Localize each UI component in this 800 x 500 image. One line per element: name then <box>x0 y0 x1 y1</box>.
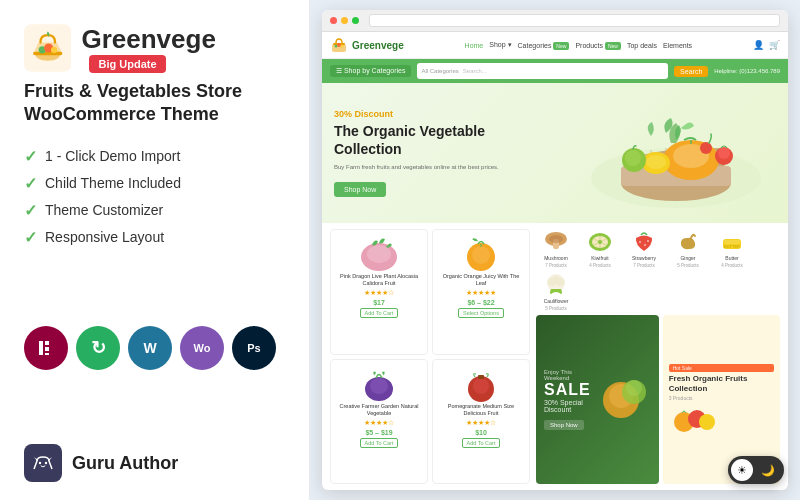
cat-ginger[interactable]: Ginger 5 Products <box>668 229 708 268</box>
category-icons: Mushroom 7 Products Kiwifru <box>536 229 780 311</box>
cat-mushroom[interactable]: Mushroom 7 Products <box>536 229 576 268</box>
products-grid: Pink Dragon Live Plant Alocasia Calidora… <box>330 229 530 484</box>
guru-author-icon <box>24 444 62 482</box>
site-header-icons: 👤 🛒 <box>753 40 780 50</box>
svg-point-23 <box>646 155 666 169</box>
svg-rect-7 <box>45 347 49 351</box>
cat-butter[interactable]: BUTTER Butter 4 Products <box>712 229 752 268</box>
product-image-4 <box>456 365 506 403</box>
big-update-badge: Big Update <box>89 55 165 73</box>
hero-title: The Organic VegetableCollection <box>334 122 576 158</box>
svg-point-30 <box>367 245 391 263</box>
promo-enjoy-text: Enjoy This Weekend <box>544 369 596 381</box>
nav-products[interactable]: Products New <box>575 42 621 49</box>
svg-point-4 <box>51 47 57 53</box>
hero-cta-button[interactable]: Shop Now <box>334 182 386 197</box>
photoshop-icon: Ps <box>232 326 276 370</box>
features-list: ✓ 1 - Click Demo Import ✓ Child Theme In… <box>24 143 285 251</box>
hero-subtitle: Buy Farm fresh fruits and vegetables onl… <box>334 164 576 170</box>
product-card-3: Creative Farmer Garden Natural Vegetable… <box>330 359 428 485</box>
wordpress-icon: W <box>128 326 172 370</box>
browser-bar <box>322 10 788 32</box>
author-label: Guru Author <box>72 453 178 474</box>
dark-mode-toggle[interactable]: ☀ 🌙 <box>728 456 784 484</box>
promo-shop-btn[interactable]: Shop Now <box>544 420 584 430</box>
product-2-select-options[interactable]: Select Options <box>458 308 504 318</box>
logo-title: Greenvege Big Update <box>81 24 285 73</box>
nav-categories[interactable]: Categories New <box>518 42 570 49</box>
promo-sale-text: SALE <box>544 381 596 399</box>
svg-rect-5 <box>39 341 43 355</box>
cat-kiwi[interactable]: Kiwifruit 4 Products <box>580 229 620 268</box>
cat-cauliflower[interactable]: Cauliflower 5 Products <box>536 272 576 311</box>
product-4-add-to-cart[interactable]: Add To Cart <box>462 438 501 448</box>
browser-dot-red <box>330 17 337 24</box>
products-right: Mushroom 7 Products Kiwifru <box>530 229 780 484</box>
browser-dot-yellow <box>341 17 348 24</box>
hero-text: 30% Discount The Organic VegetableCollec… <box>334 109 576 197</box>
green-nav-bar: ☰ Shop by Categories All Categories Sear… <box>322 59 788 83</box>
dark-mode-btn[interactable]: 🌙 <box>757 459 779 481</box>
product-image-3 <box>354 365 404 403</box>
check-icon-2: ✓ <box>24 174 37 193</box>
nav-home[interactable]: Home <box>465 42 484 49</box>
product-4-stars: ★★★★☆ <box>466 419 496 427</box>
search-input-placeholder[interactable]: Search... <box>459 68 664 74</box>
left-panel: Greenvege Big Update Fruits & Vegetables… <box>0 0 310 500</box>
svg-rect-38 <box>478 375 484 379</box>
svg-point-41 <box>549 235 563 243</box>
nav-top-deals[interactable]: Top deals <box>627 42 657 49</box>
cat-strawberry[interactable]: Strawberry 7 Products <box>624 229 664 268</box>
svg-point-50 <box>647 240 649 242</box>
preview-browser: Greenvege Home Shop ▾ Categories New Pro… <box>322 10 788 490</box>
nav-shop[interactable]: Shop ▾ <box>489 41 511 49</box>
search-button[interactable]: Search <box>674 66 708 77</box>
light-mode-btn[interactable]: ☀ <box>731 459 753 481</box>
svg-point-64 <box>699 414 715 430</box>
search-category-label: All Categories <box>421 68 458 74</box>
product-3-stars: ★★★★☆ <box>364 419 394 427</box>
product-1-add-to-cart[interactable]: Add To Cart <box>360 308 399 318</box>
check-icon-4: ✓ <box>24 228 37 247</box>
user-icon[interactable]: 👤 <box>753 40 764 50</box>
feature-3: ✓ Theme Customizer <box>24 197 285 224</box>
browser-dot-green <box>352 17 359 24</box>
promo-discount-text: 30% Special Discount <box>544 399 596 413</box>
svg-point-32 <box>472 246 490 264</box>
svg-point-14 <box>337 43 341 47</box>
product-image-1 <box>354 235 404 273</box>
svg-point-49 <box>644 244 646 246</box>
product-1-price: $17 <box>373 299 385 306</box>
svg-point-27 <box>718 147 730 159</box>
svg-text:BUTTER: BUTTER <box>724 244 740 249</box>
moon-icon: 🌙 <box>761 464 775 477</box>
product-4-price: $10 <box>475 429 487 436</box>
browser-url-bar <box>369 14 780 27</box>
shop-categories-btn[interactable]: ☰ Shop by Categories <box>330 65 411 77</box>
sale-promo-banner: Enjoy This Weekend SALE 30% Special Disc… <box>536 315 659 484</box>
product-card-2: Organic Orange Juicy With The Leaf ★★★★★… <box>432 229 530 355</box>
promo-fruits <box>596 370 651 429</box>
tagline: Fruits & Vegetables Store WooCommerce Th… <box>24 80 285 127</box>
site-logo-icon <box>330 36 348 54</box>
svg-point-15 <box>341 45 344 48</box>
right-panel: Greenvege Home Shop ▾ Categories New Pro… <box>310 0 800 500</box>
svg-point-48 <box>639 241 641 243</box>
fresh-promo-count: 3 Products <box>669 395 774 401</box>
product-4-title: Pomegranate Medium Size Delicious Fruit <box>438 403 524 417</box>
author-area: Guru Author <box>24 444 285 482</box>
customizer-icon: ↻ <box>76 326 120 370</box>
hotline-text: Helpline: (0)123.456.789 <box>714 68 780 74</box>
product-3-add-to-cart[interactable]: Add To Cart <box>360 438 399 448</box>
product-2-stars: ★★★★★ <box>466 289 496 297</box>
cart-icon[interactable]: 🛒 <box>769 40 780 50</box>
svg-point-35 <box>370 378 388 394</box>
search-bar: All Categories Search... <box>417 63 668 79</box>
svg-point-9 <box>39 462 41 464</box>
nav-elements[interactable]: Elements <box>663 42 692 49</box>
svg-point-57 <box>552 276 560 284</box>
produce-illustration <box>576 88 776 218</box>
hero-discount: 30% Discount <box>334 109 576 119</box>
logo-icon <box>24 22 71 74</box>
fresh-badge: Hot Sale <box>669 364 774 372</box>
